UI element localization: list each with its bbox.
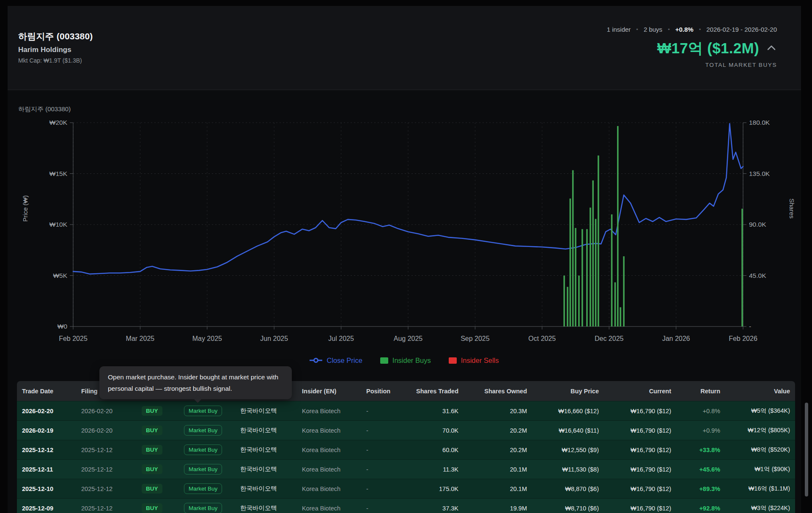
cell-type: BUY bbox=[142, 503, 184, 513]
svg-text:₩10K: ₩10K bbox=[49, 221, 68, 228]
svg-text:Feb 2025: Feb 2025 bbox=[59, 335, 88, 342]
svg-text:₩0: ₩0 bbox=[58, 323, 68, 330]
square-marker-icon bbox=[380, 357, 388, 364]
legend-label: Insider Buys bbox=[392, 357, 431, 365]
cell-return: +33.8% bbox=[671, 447, 720, 453]
avg-return: +0.8% bbox=[675, 26, 694, 33]
cell-current: ₩16,790 ($12) bbox=[599, 447, 671, 453]
cell-filing_date: 2025-12-12 bbox=[81, 486, 142, 492]
svg-text:90.0K: 90.0K bbox=[749, 221, 766, 228]
table-body: 2026-02-202026-02-20BUYMarket Buy한국바이오텍K… bbox=[17, 401, 795, 513]
cell-insider_en: Korea Biotech bbox=[302, 466, 366, 473]
column-header-position[interactable]: Position bbox=[366, 388, 395, 395]
date-range: 2026-02-19 - 2026-02-20 bbox=[706, 26, 777, 33]
cell-shares_owned: 20.1M bbox=[458, 466, 527, 473]
column-header-trade_date[interactable]: Trade Date bbox=[22, 388, 81, 395]
svg-text:May 2025: May 2025 bbox=[192, 335, 222, 342]
buy-type-badge: BUY bbox=[142, 425, 162, 436]
cell-buy_price: ₩12,550 ($9) bbox=[527, 447, 599, 453]
table-row[interactable]: 2026-02-202026-02-20BUYMarket Buy한국바이오텍K… bbox=[17, 401, 795, 420]
cell-insider_kr: 한국바이오텍 bbox=[240, 485, 302, 493]
svg-text:₩20K: ₩20K bbox=[49, 119, 68, 126]
dot-separator: • bbox=[636, 26, 638, 33]
price-chart-section: 하림지주 (003380) ₩0₩5K₩10K₩15K₩20K-45.0K90.… bbox=[8, 90, 801, 369]
svg-text:₩5K: ₩5K bbox=[53, 272, 67, 279]
svg-text:Shares: Shares bbox=[788, 198, 796, 219]
price-volume-chart[interactable]: ₩0₩5K₩10K₩15K₩20K-45.0K90.0K135.0K180.0K… bbox=[8, 90, 801, 352]
cell-shares_traded: 11.3K bbox=[395, 466, 458, 473]
trades-table: Trade DateFiling DateTypeTrade TypeInsid… bbox=[17, 381, 795, 513]
line-marker-icon bbox=[310, 358, 322, 363]
cell-value: ₩12억 ($805K) bbox=[720, 426, 790, 434]
cell-return: +89.3% bbox=[671, 486, 720, 492]
cell-shares_traded: 70.0K bbox=[395, 427, 458, 434]
svg-text:180.0K: 180.0K bbox=[749, 119, 770, 126]
cell-value: ₩5억 ($364K) bbox=[720, 407, 790, 415]
market-buy-chip[interactable]: Market Buy bbox=[184, 503, 222, 513]
cell-return: +0.8% bbox=[671, 408, 720, 414]
column-header-shares_traded[interactable]: Shares Traded bbox=[395, 388, 458, 395]
cell-position: - bbox=[366, 486, 395, 492]
summary-stats: 1 insider • 2 buys • +0.8% • 2026-02-19 … bbox=[607, 26, 777, 33]
legend-item-insider-sells[interactable]: Insider Sells bbox=[449, 357, 499, 365]
column-header-value[interactable]: Value bbox=[720, 388, 790, 395]
cell-insider_kr: 한국바이오텍 bbox=[240, 426, 302, 434]
table-row[interactable]: 2025-12-122025-12-12BUYMarket Buy한국바이오텍K… bbox=[17, 440, 795, 459]
svg-text:Mar 2025: Mar 2025 bbox=[126, 335, 155, 342]
cell-shares_owned: 20.2M bbox=[458, 447, 527, 453]
table-row[interactable]: 2026-02-192026-02-20BUYMarket Buy한국바이오텍K… bbox=[17, 420, 795, 440]
cell-type: BUY bbox=[142, 425, 184, 436]
svg-text:Feb 2026: Feb 2026 bbox=[729, 335, 757, 342]
market-buy-chip[interactable]: Market Buy bbox=[184, 425, 222, 436]
svg-text:-: - bbox=[749, 323, 751, 330]
cell-trade_type: Market Buy bbox=[184, 464, 240, 475]
table-row[interactable]: 2025-12-092025-12-12BUYMarket Buy한국바이오텍K… bbox=[17, 498, 795, 513]
column-header-insider_en[interactable]: Insider (EN) bbox=[302, 388, 366, 395]
cell-trade_date: 2026-02-19 bbox=[22, 427, 81, 434]
market-buy-chip[interactable]: Market Buy bbox=[184, 464, 222, 475]
column-header-return[interactable]: Return bbox=[671, 388, 720, 395]
cell-shares_traded: 60.0K bbox=[395, 447, 458, 453]
cell-return: +45.6% bbox=[671, 466, 720, 473]
cell-filing_date: 2025-12-12 bbox=[81, 447, 142, 453]
cell-insider_en: Korea Biotech bbox=[302, 427, 366, 434]
scrollbar-thumb[interactable] bbox=[805, 403, 808, 497]
market-buy-chip[interactable]: Market Buy bbox=[184, 483, 222, 494]
cell-insider_en: Korea Biotech bbox=[302, 447, 366, 453]
cell-current: ₩16,790 ($12) bbox=[599, 466, 671, 473]
column-header-current[interactable]: Current bbox=[599, 388, 671, 395]
collapse-panel-button[interactable] bbox=[766, 44, 777, 53]
column-header-buy_price[interactable]: Buy Price bbox=[527, 388, 599, 395]
total-market-buys-amount: ₩17억 ($1.2M) bbox=[657, 38, 759, 58]
svg-text:Jul 2025: Jul 2025 bbox=[328, 335, 354, 342]
market-buy-chip[interactable]: Market Buy bbox=[184, 406, 222, 417]
svg-text:₩15K: ₩15K bbox=[49, 170, 68, 177]
cell-current: ₩16,790 ($12) bbox=[599, 408, 671, 414]
legend-label: Insider Sells bbox=[461, 357, 499, 365]
cell-current: ₩16,790 ($12) bbox=[599, 427, 671, 434]
cell-insider_kr: 한국바이오텍 bbox=[240, 446, 302, 454]
cell-trade_type: Market Buy bbox=[184, 425, 240, 436]
column-header-shares_owned[interactable]: Shares Owned bbox=[458, 388, 527, 395]
legend-item-close-price[interactable]: Close Price bbox=[310, 357, 362, 365]
market-buy-chip[interactable]: Market Buy bbox=[184, 444, 222, 455]
header: 하림지주 (003380) Harim Holdings Mkt Cap: ₩1… bbox=[8, 6, 801, 90]
cell-trade_date: 2025-12-11 bbox=[22, 466, 81, 473]
legend-item-insider-buys[interactable]: Insider Buys bbox=[380, 357, 431, 365]
stock-title: 하림지주 (003380) bbox=[18, 30, 93, 42]
table-row[interactable]: 2025-12-112025-12-12BUYMarket Buy한국바이오텍K… bbox=[17, 459, 795, 479]
cell-shares_owned: 20.2M bbox=[458, 427, 527, 434]
cell-insider_en: Korea Biotech bbox=[302, 408, 366, 414]
cell-buy_price: ₩8,710 ($6) bbox=[527, 505, 599, 512]
cell-insider_kr: 한국바이오텍 bbox=[240, 465, 302, 473]
cell-trade_date: 2025-12-10 bbox=[22, 486, 81, 492]
svg-text:45.0K: 45.0K bbox=[749, 272, 766, 279]
cell-filing_date: 2026-02-20 bbox=[81, 427, 142, 434]
svg-text:Oct 2025: Oct 2025 bbox=[528, 335, 556, 342]
buy-type-badge: BUY bbox=[142, 406, 162, 416]
cell-value: ₩3억 ($224K) bbox=[720, 504, 790, 512]
svg-text:Sep 2025: Sep 2025 bbox=[461, 335, 490, 342]
cell-current: ₩16,790 ($12) bbox=[599, 486, 671, 492]
table-row[interactable]: 2025-12-102025-12-12BUYMarket Buy한국바이오텍K… bbox=[17, 479, 795, 498]
cell-buy_price: ₩8,870 ($6) bbox=[527, 486, 599, 492]
